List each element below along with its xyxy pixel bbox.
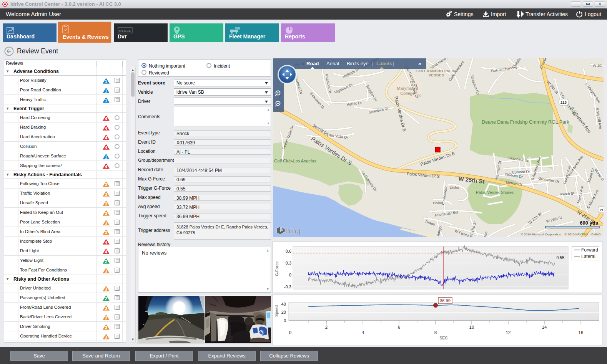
- svg-text:-0.3: -0.3: [284, 285, 291, 289]
- svg-text:14: 14: [542, 325, 547, 329]
- svg-text:600 yds: 600 yds: [580, 220, 598, 226]
- svg-text:4: 4: [105, 145, 107, 150]
- svg-text:2: 2: [325, 325, 328, 329]
- svg-text:3: 3: [105, 192, 107, 197]
- svg-text:4: 4: [105, 164, 107, 169]
- svg-text:EAST RANCHO PALOS: EAST RANCHO PALOS: [416, 69, 457, 73]
- svg-text:6: 6: [398, 325, 400, 329]
- svg-text:0.55: 0.55: [557, 255, 565, 260]
- svg-text:0.3: 0.3: [286, 261, 291, 265]
- svg-text:«: «: [418, 61, 421, 67]
- svg-text:3: 3: [105, 306, 107, 311]
- svg-text:3: 3: [105, 325, 107, 330]
- svg-text:1: 1: [105, 89, 107, 93]
- svg-text:10: 10: [469, 325, 474, 329]
- svg-text:1: 1: [105, 98, 107, 103]
- svg-text:3: 3: [105, 202, 107, 206]
- svg-text:SEC: SEC: [439, 336, 448, 340]
- svg-text:2: 2: [105, 259, 107, 264]
- svg-text:3: 3: [105, 211, 107, 216]
- svg-text:Labels: Labels: [376, 61, 392, 66]
- svg-text:3: 3: [105, 335, 107, 339]
- svg-text:© 2014 Microsoft Corporation: © 2014 Microsoft Corporation © 2010 NAVT…: [521, 233, 601, 236]
- svg-text:12: 12: [506, 330, 511, 335]
- svg-text:3: 3: [105, 230, 107, 235]
- svg-text:Palos Verdes Shores: Palos Verdes Shores: [476, 190, 514, 195]
- svg-text:G-Force: G-Force: [275, 261, 279, 276]
- svg-text:16: 16: [579, 330, 584, 335]
- svg-text:20: 20: [281, 310, 286, 314]
- svg-text:3: 3: [105, 287, 107, 291]
- svg-text:0: 0: [289, 273, 291, 277]
- svg-text:4: 4: [105, 116, 107, 121]
- svg-text:3: 3: [105, 182, 107, 187]
- svg-text:Speed: Speed: [274, 305, 279, 317]
- svg-text:1: 1: [105, 79, 107, 84]
- svg-text:3: 3: [105, 316, 107, 320]
- svg-text:1: 1: [105, 155, 107, 159]
- svg-text:40: 40: [281, 302, 286, 306]
- svg-text:0: 0: [284, 318, 286, 323]
- svg-text:3: 3: [105, 269, 107, 273]
- svg-text:|: |: [372, 61, 373, 66]
- svg-text:213: 213: [560, 100, 567, 104]
- svg-text:Deane Dana Frndshp Cmmnty RGL: Deane Dana Frndshp Cmmnty RGL Park: [482, 119, 569, 125]
- svg-text:Dicha: Dicha: [450, 185, 459, 190]
- svg-text:4: 4: [105, 240, 107, 245]
- svg-text:36.99: 36.99: [440, 298, 451, 303]
- svg-text:W 10t: W 10t: [593, 63, 602, 68]
- svg-text:Road: Road: [306, 61, 319, 66]
- svg-text:4: 4: [105, 136, 107, 140]
- svg-text:8: 8: [434, 330, 437, 335]
- svg-text:4: 4: [105, 126, 107, 131]
- svg-text:0: 0: [289, 330, 291, 335]
- svg-text:0.6: 0.6: [286, 249, 291, 253]
- svg-text:|: |: [393, 61, 394, 66]
- svg-text:21: 21: [600, 208, 604, 212]
- svg-text:3: 3: [105, 221, 107, 225]
- svg-text:Aerial: Aerial: [326, 61, 339, 66]
- svg-text:Bird's eye: Bird's eye: [347, 61, 369, 66]
- svg-text:4: 4: [362, 330, 364, 335]
- svg-text:4: 4: [105, 250, 107, 254]
- svg-text:College: College: [400, 91, 414, 96]
- svg-text:2: 2: [105, 296, 107, 301]
- svg-text:bing: bing: [286, 227, 301, 235]
- svg-text:Golf Club-Los Angelas: Golf Club-Los Angelas: [274, 159, 316, 163]
- svg-text:VERDES: VERDES: [429, 73, 444, 77]
